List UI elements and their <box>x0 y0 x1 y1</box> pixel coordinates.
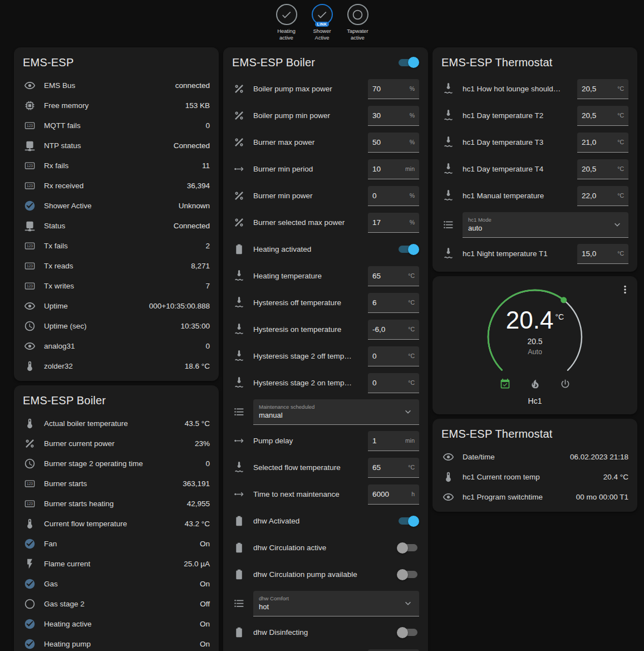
number-input[interactable]: 30% <box>368 106 419 126</box>
dots-vertical-menu-icon[interactable] <box>618 283 632 296</box>
entity-row[interactable]: Boiler pump min power30% <box>223 102 428 129</box>
entity-row[interactable]: Uptime000+10:35:00.888 <box>14 296 219 316</box>
toggle-switch[interactable] <box>397 516 419 527</box>
entity-row[interactable]: Burner max power50% <box>223 129 428 156</box>
entity-row[interactable]: Hysteresis off temperature6°C <box>223 290 428 316</box>
entity-row[interactable]: Burner current power23% <box>14 434 219 454</box>
entity-label: Uptime (sec) <box>44 322 180 330</box>
entity-row[interactable]: zolder3218.6 °C <box>14 356 219 376</box>
entity-label: Date/time <box>463 453 570 461</box>
number-input[interactable]: 20,5°C <box>577 106 628 126</box>
entity-label: hc1 Night temperature T1 <box>463 249 577 258</box>
entity-row[interactable]: Maintenance scheduledmanual <box>223 397 428 428</box>
entity-row[interactable]: Heating temperature65°C <box>223 263 428 290</box>
number-input[interactable]: 20,5°C <box>577 79 628 99</box>
badge[interactable]: LINKShowerActive <box>307 4 338 42</box>
entity-row[interactable]: Time to next maintenance6000h <box>223 481 428 508</box>
number-input[interactable]: 22,0°C <box>577 186 628 206</box>
entity-row[interactable]: hc1 How hot lounge should…20,5°C <box>432 76 637 102</box>
number-input[interactable]: 10min <box>368 159 419 179</box>
entity-row[interactable]: 123Tx writes7 <box>14 276 219 296</box>
entity-row[interactable]: Date/time06.02.2023 21:18 <box>432 447 637 467</box>
number-input[interactable]: 1min <box>368 431 419 451</box>
badge[interactable]: Heatingactive <box>271 4 302 42</box>
counter-icon: 123 <box>23 239 36 253</box>
entity-row[interactable]: 123Rx received36,394 <box>14 176 219 196</box>
entity-row[interactable]: GasOn <box>14 574 219 594</box>
number-input[interactable]: 20,5°C <box>577 159 628 179</box>
entity-row[interactable]: dhw Disinfection temperature70°C <box>223 646 428 651</box>
entity-row[interactable]: Gas stage 2Off <box>14 594 219 614</box>
entity-row[interactable]: hc1 Night temperature T115,0°C <box>432 241 637 267</box>
entity-row[interactable]: dhw Comforthot <box>223 588 428 619</box>
entity-row[interactable]: EMS Busconnected <box>14 76 219 96</box>
toggle-switch[interactable] <box>397 569 419 580</box>
entity-row[interactable]: dhw Circulation active <box>223 535 428 561</box>
number-input[interactable]: 0°C <box>368 373 419 393</box>
entity-row[interactable]: Heating activated <box>223 236 428 263</box>
entity-row[interactable]: 123Burner starts heating42,955 <box>14 494 219 514</box>
select-input[interactable]: Maintenance scheduledmanual <box>253 399 419 425</box>
entity-row[interactable]: 123Burner starts363,191 <box>14 474 219 494</box>
entity-row[interactable]: hc1 Manual temperature22,0°C <box>432 183 637 209</box>
entity-row[interactable]: Shower ActiveUnknown <box>14 196 219 216</box>
entity-row[interactable]: hc1 Program switchtime00 mo 00:00 T1 <box>432 487 637 507</box>
entity-row[interactable]: 123Rx fails11 <box>14 156 219 176</box>
number-input[interactable]: 50% <box>368 133 419 153</box>
number-input[interactable]: 70% <box>368 79 419 99</box>
number-input[interactable]: 65°C <box>368 266 419 286</box>
entity-row[interactable]: hc1 Current room temp20.4 °C <box>432 467 637 487</box>
entity-row[interactable]: Heating activeOn <box>14 614 219 634</box>
entity-row[interactable]: Flame current25.0 µA <box>14 554 219 574</box>
entity-row[interactable]: 123Tx fails2 <box>14 236 219 256</box>
entity-row[interactable]: Burner selected max power17% <box>223 209 428 236</box>
entity-row[interactable]: hc1 Day temperature T321,0°C <box>432 129 637 156</box>
entity-row[interactable]: Actual boiler temperature43.5 °C <box>14 414 219 434</box>
entity-row[interactable]: Uptime (sec)10:35:00 <box>14 316 219 336</box>
entity-row[interactable]: Hysteresis on temperature-6,0°C <box>223 316 428 343</box>
number-input[interactable]: 17% <box>368 213 419 233</box>
entity-row[interactable]: dhw Disinfecting <box>223 619 428 646</box>
entity-row[interactable]: Heating pumpOn <box>14 634 219 651</box>
number-input[interactable]: 6°C <box>368 293 419 313</box>
entity-row[interactable]: Pump delay1min <box>223 428 428 454</box>
entity-row[interactable]: Hysteresis stage 2 off temp…0°C <box>223 343 428 370</box>
counter-icon: 123 <box>23 497 36 511</box>
entity-row[interactable]: hc1 Day temperature T420,5°C <box>432 156 637 183</box>
select-input[interactable]: hc1 Modeauto <box>463 212 628 238</box>
entity-row[interactable]: dhw Circulation pump available <box>223 561 428 588</box>
number-input[interactable]: 6000h <box>368 484 419 505</box>
entity-row[interactable]: Selected flow temperature65°C <box>223 454 428 481</box>
entity-label: Rx received <box>44 182 187 190</box>
entity-row[interactable]: analog310 <box>14 336 219 356</box>
number-input[interactable]: 0% <box>368 186 419 206</box>
number-input[interactable]: 15,0°C <box>577 244 628 264</box>
thermostat-dial[interactable]: 20.4°C20.5Auto <box>482 284 588 380</box>
entity-row[interactable]: hc1 Day temperature T220,5°C <box>432 102 637 129</box>
card-toggle-switch[interactable] <box>397 57 419 68</box>
number-input[interactable]: -6,0°C <box>368 320 419 340</box>
toggle-switch[interactable] <box>397 627 419 638</box>
entity-row[interactable]: Current flow temperature43.2 °C <box>14 514 219 534</box>
entity-row[interactable]: Burner min power0% <box>223 183 428 209</box>
entity-row[interactable]: StatusConnected <box>14 216 219 236</box>
select-input[interactable]: dhw Comforthot <box>253 591 419 616</box>
entity-row[interactable]: 123MQTT fails0 <box>14 116 219 136</box>
entity-row[interactable]: FanOn <box>14 534 219 554</box>
badge[interactable]: Tapwateractive <box>342 4 373 42</box>
entity-row[interactable]: Burner min period10min <box>223 156 428 183</box>
toggle-switch[interactable] <box>397 244 419 255</box>
entity-row[interactable]: Hysteresis stage 2 on temp…0°C <box>223 370 428 397</box>
entity-row[interactable]: Free memory153 KB <box>14 96 219 116</box>
number-input[interactable]: 0°C <box>368 346 419 366</box>
entity-row[interactable]: hc1 Modeauto <box>432 209 637 241</box>
number-input[interactable]: 65°C <box>368 458 419 478</box>
toggle-switch[interactable] <box>397 542 419 554</box>
entity-row[interactable]: Burner stage 2 operating time0 <box>14 454 219 474</box>
entity-row[interactable]: NTP statusConnected <box>14 136 219 156</box>
entity-row[interactable]: dhw Activated <box>223 508 428 535</box>
entity-row[interactable]: Boiler pump max power70% <box>223 76 428 102</box>
card-title: EMS-ESP Thermostat <box>441 428 553 440</box>
entity-row[interactable]: 123Tx reads8,271 <box>14 256 219 276</box>
number-input[interactable]: 21,0°C <box>577 133 628 153</box>
